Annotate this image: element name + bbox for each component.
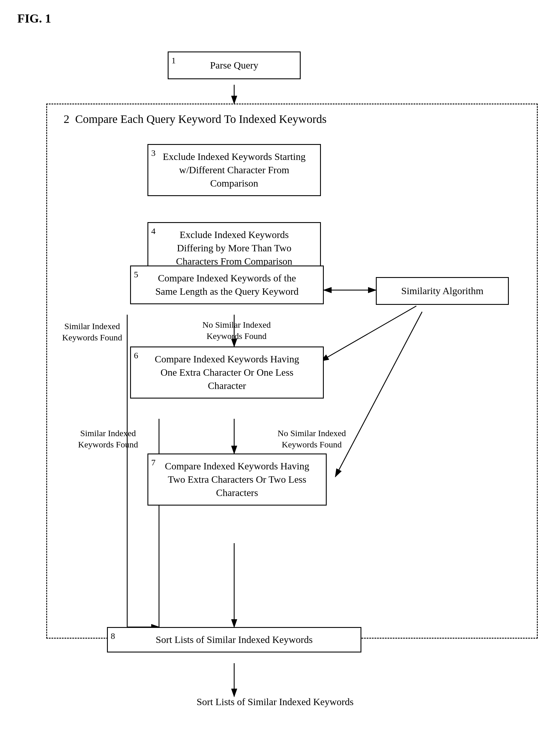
label-similar-found-left: Similar IndexedKeywords Found: [62, 320, 122, 343]
box-compare-same-length: 5 Compare Indexed Keywords of theSame Le…: [130, 265, 324, 304]
box-compare-two-char: 7 Compare Indexed Keywords HavingTwo Ext…: [147, 454, 327, 505]
box4-text: Exclude Indexed KeywordsDiffering by Mor…: [176, 229, 292, 267]
to-step-9: Sort Lists of Similar Indexed Keywords: [197, 696, 354, 708]
figure-label: FIG. 1: [17, 12, 543, 25]
label-no-similar-2: No Similar IndexedKeywords Found: [278, 428, 346, 450]
box8-number: 8: [111, 630, 115, 642]
box1-number: 1: [172, 55, 176, 66]
box2-text: Compare Each Query Keyword To Indexed Ke…: [75, 113, 327, 125]
box7-number: 7: [151, 457, 156, 469]
box4-number: 4: [151, 225, 156, 237]
box-parse-query: 1 Parse Query: [168, 52, 301, 79]
label-no-similar-1: No Similar IndexedKeywords Found: [202, 319, 271, 341]
box6-text: Compare Indexed Keywords HavingOne Extra…: [155, 354, 299, 391]
box5-number: 5: [134, 269, 138, 280]
box3-number: 3: [151, 147, 156, 159]
label-similar-found-2: Similar IndexedKeywords Found: [78, 428, 138, 450]
box-compare-one-char: 6 Compare Indexed Keywords HavingOne Ext…: [130, 346, 324, 399]
box1-text: Parse Query: [210, 60, 258, 71]
box-similarity-algorithm: Similarity Algorithm: [376, 277, 509, 305]
box8-text: Sort Lists of Similar Indexed Keywords: [156, 634, 313, 645]
box6-number: 6: [134, 350, 138, 361]
sim-text: Similarity Algorithm: [401, 285, 483, 296]
box2-header: 2 Compare Each Query Keyword To Indexed …: [64, 112, 327, 126]
box5-text: Compare Indexed Keywords of theSame Leng…: [155, 273, 299, 297]
box-sort-lists: 8 Sort Lists of Similar Indexed Keywords: [107, 627, 361, 653]
box3-text: Exclude Indexed Keywords Startingw/Diffe…: [163, 151, 305, 188]
box-exclude-start: 3 Exclude Indexed Keywords Startingw/Dif…: [147, 144, 321, 196]
box7-text: Compare Indexed Keywords HavingTwo Extra…: [165, 461, 309, 498]
box2-number: 2: [64, 113, 69, 125]
